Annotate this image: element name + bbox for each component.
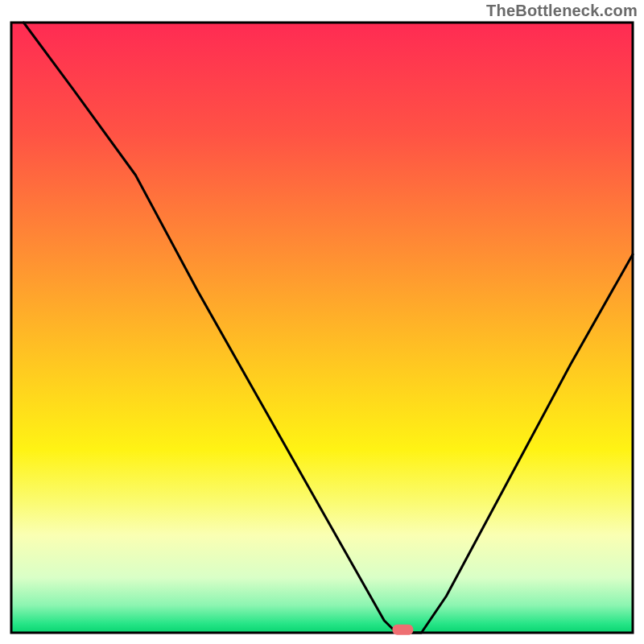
chart-svg	[0, 0, 644, 644]
watermark-label: TheBottleneck.com	[486, 2, 638, 20]
plot-background	[11, 23, 633, 633]
minimum-marker	[392, 625, 413, 635]
chart-container: TheBottleneck.com	[0, 0, 644, 644]
